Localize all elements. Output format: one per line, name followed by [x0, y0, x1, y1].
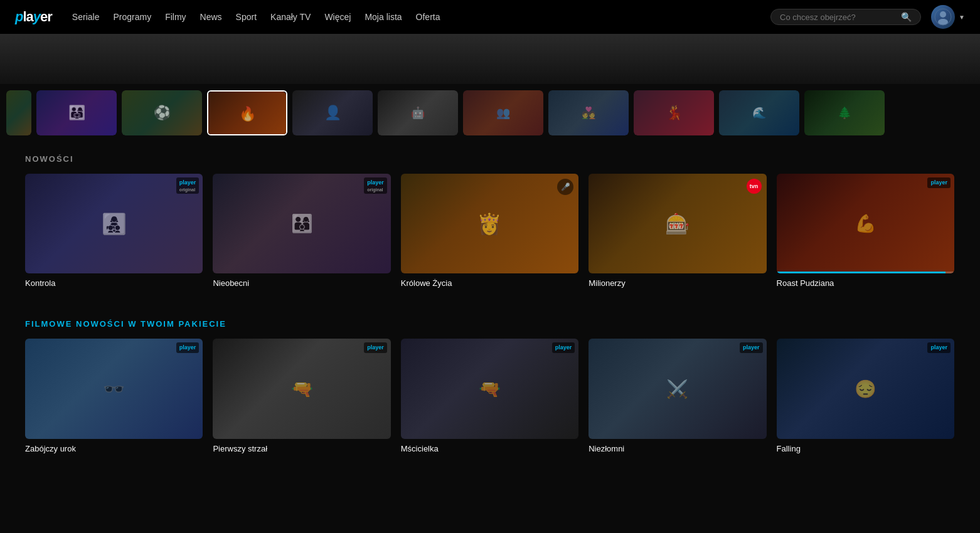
- user-avatar[interactable]: ▼: [931, 5, 965, 29]
- progress-bar-container: [777, 272, 954, 273]
- card-niezlomni-thumb: ⚔️ player: [589, 339, 766, 438]
- card-pierwszy[interactable]: 🔫 player Pierwszy strzał: [213, 339, 390, 453]
- nav-sport[interactable]: Sport: [236, 12, 257, 22]
- avatar-image: [931, 5, 955, 29]
- badge-tvn: tvn: [747, 179, 762, 194]
- card-zabojczy-thumb: 🕶️ player: [25, 339, 203, 438]
- search-icon: 🔍: [901, 12, 912, 22]
- badge-player-film-5: player: [927, 342, 951, 353]
- badge-player-original-2: player original: [364, 177, 387, 194]
- filmowe-cards-row: 🕶️ player Zabójczy urok 🔫 player Pierwsz…: [25, 339, 955, 453]
- card-mscicielka-thumb: 🔫 player: [401, 339, 578, 438]
- badge-icon: 🎤: [557, 179, 573, 195]
- card-krolowe-title: Królowe Życia: [401, 278, 578, 288]
- nav-kanaly[interactable]: Kanały TV: [270, 12, 311, 22]
- nav-news[interactable]: News: [200, 12, 222, 22]
- card-niezlomni[interactable]: ⚔️ player Niezłomni: [589, 339, 766, 453]
- card-falling-title: Falling: [777, 444, 954, 453]
- thumbnail-2[interactable]: ⚽: [122, 90, 202, 135]
- card-roast[interactable]: 💪 player Roast Pudziana: [777, 174, 954, 288]
- search-bar[interactable]: 🔍: [770, 9, 921, 25]
- nav-moja-lista[interactable]: Moja lista: [365, 12, 402, 22]
- filmowe-section: FILMOWE NOWOŚCI W TWOIM PAKIECIE 🕶️ play…: [0, 307, 980, 459]
- card-nieobecni-thumb: 👨‍👩‍👦 player original: [213, 174, 390, 273]
- card-milionerzy-title: Milionerzy: [589, 278, 766, 288]
- nowosci-cards-row: 👩‍👧‍👦 player original Kontrola 👨‍👩‍👦 pla…: [25, 174, 955, 288]
- card-nieobecni-title: Nieobecni: [213, 278, 390, 288]
- badge-player-film-2: player: [364, 342, 387, 353]
- thumbnail-5[interactable]: 🤖: [378, 90, 458, 135]
- card-pierwszy-title: Pierwszy strzał: [213, 444, 390, 453]
- logo[interactable]: player: [15, 9, 52, 25]
- badge-player-film-1: player: [176, 342, 200, 353]
- card-falling-thumb: 😔 player: [777, 339, 954, 438]
- badge-player-3: player: [927, 177, 951, 188]
- card-kontrola-title: Kontrola: [25, 278, 203, 288]
- card-niezlomni-title: Niezłomni: [589, 444, 766, 453]
- progress-bar: [777, 272, 945, 273]
- thumbnail-10[interactable]: 🌲: [804, 90, 885, 135]
- svg-point-0: [940, 11, 946, 18]
- filmowe-title: FILMOWE NOWOŚCI W TWOIM PAKIECIE: [25, 319, 955, 329]
- card-mscicielka-title: Mścicielka: [401, 444, 578, 453]
- card-falling[interactable]: 😔 player Falling: [777, 339, 954, 453]
- nav-seriale[interactable]: Seriale: [72, 12, 100, 22]
- thumbnail-8[interactable]: 💃: [634, 90, 714, 135]
- card-kontrola-thumb: 👩‍👧‍👦 player original: [25, 174, 203, 273]
- card-zabojczy-title: Zabójczy urok: [25, 444, 203, 453]
- hero-area: [0, 34, 980, 84]
- thumbnail-9[interactable]: 🌊: [719, 90, 799, 135]
- card-kontrola[interactable]: 👩‍👧‍👦 player original Kontrola: [25, 174, 203, 288]
- nav-programy[interactable]: Programy: [113, 12, 151, 22]
- card-krolowe[interactable]: 👸 🎤 Królowe Życia: [401, 174, 578, 288]
- nowosci-title: NOWOŚCI: [25, 154, 955, 164]
- badge-player-film-4: player: [740, 342, 763, 353]
- search-input[interactable]: [780, 13, 896, 22]
- card-roast-title: Roast Pudziana: [777, 278, 954, 288]
- thumbnail-4[interactable]: 👤: [292, 90, 373, 135]
- thumbnail-0[interactable]: [6, 90, 31, 135]
- badge-player-original: player original: [176, 177, 200, 194]
- nav-wiecej[interactable]: Więcej: [324, 12, 351, 22]
- thumbnail-1[interactable]: 👨‍👩‍👧: [36, 90, 117, 135]
- card-milionerzy[interactable]: 🎰 tvn Milionerzy: [589, 174, 766, 288]
- chevron-down-icon: ▼: [959, 14, 965, 21]
- card-mscicielka[interactable]: 🔫 player Mścicielka: [401, 339, 578, 453]
- card-nieobecni[interactable]: 👨‍👩‍👦 player original Nieobecni: [213, 174, 390, 288]
- card-roast-thumb: 💪 player: [777, 174, 954, 273]
- card-milionerzy-thumb: 🎰 tvn: [589, 174, 766, 273]
- thumbnail-7[interactable]: 💑: [548, 90, 629, 135]
- nowosci-section: NOWOŚCI 👩‍👧‍👦 player original Kontrola 👨…: [0, 142, 980, 294]
- nav-filmy[interactable]: Filmy: [165, 12, 186, 22]
- thumbnail-3[interactable]: 🔥: [207, 90, 287, 135]
- thumbnails-row: 👨‍👩‍👧 ⚽ 🔥 👤 🤖 👥 💑 💃: [0, 84, 980, 142]
- navbar: player Seriale Programy Filmy News Sport…: [0, 0, 980, 34]
- card-pierwszy-thumb: 🔫 player: [213, 339, 390, 438]
- card-zabojczy[interactable]: 🕶️ player Zabójczy urok: [25, 339, 203, 453]
- nav-links: Seriale Programy Filmy News Sport Kanały…: [72, 11, 770, 23]
- thumbnail-6[interactable]: 👥: [463, 90, 543, 135]
- nav-oferta[interactable]: Oferta: [416, 12, 440, 22]
- badge-player-film-3: player: [552, 342, 575, 353]
- card-krolowe-thumb: 👸 🎤: [401, 174, 578, 273]
